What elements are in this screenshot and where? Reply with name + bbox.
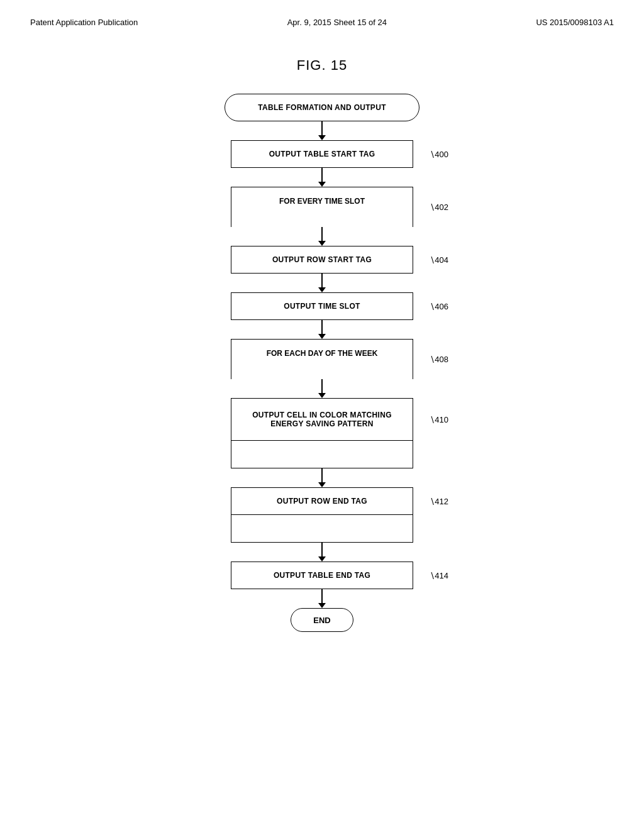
arrow-5 [318,379,326,398]
arrow-0 [318,121,326,140]
loop-left-412-close [231,515,243,543]
arrow-head [318,135,326,140]
arrow-line [321,379,323,393]
arrow-line [321,320,323,334]
loop-back-402 [231,515,413,543]
node-410: OUTPUT CELL IN COLOR MATCHING ENERGY SAV… [231,398,413,441]
loop-right-412-close [401,515,413,543]
arrow-head [318,393,326,398]
node-412-wrapper: OUTPUT ROW END TAG ∖412 [231,487,413,515]
page-header: Patent Application Publication Apr. 9, 2… [0,0,644,27]
loop-right [401,214,413,227]
arrow-line [321,543,323,556]
step-404: ∖404 [430,255,448,265]
node-404: OUTPUT ROW START TAG [231,246,413,274]
node-406: OUTPUT TIME SLOT [231,292,413,320]
node-400-wrapper: OUTPUT TABLE START TAG ∖400 [231,140,413,168]
end-node: END [291,608,353,632]
node-414: OUTPUT TABLE END TAG [231,562,413,589]
arrow-4 [318,320,326,339]
node-408-wrapper: FOR EACH DAY OF THE WEEK ∖408 [231,339,413,379]
arrow-head [318,241,326,246]
step-400: ∖400 [430,150,448,159]
step-402: ∖402 [430,202,448,212]
node-412: OUTPUT ROW END TAG [231,487,413,515]
start-label: TABLE FORMATION AND OUTPUT [225,94,419,121]
loop-back-408 [231,441,413,468]
arrow-7 [318,543,326,562]
step-406: ∖406 [430,302,448,311]
header-left: Patent Application Publication [30,18,138,27]
arrow-line [321,274,323,287]
node-414-wrapper: OUTPUT TABLE END TAG ∖414 [231,562,413,589]
node-404-wrapper: OUTPUT ROW START TAG ∖404 [231,246,413,274]
node-406-wrapper: OUTPUT TIME SLOT ∖406 [231,292,413,320]
loop-left-408 [231,367,243,379]
node-402-label: FOR EVERY TIME SLOT [231,187,413,214]
node-410-wrapper: OUTPUT CELL IN COLOR MATCHING ENERGY SAV… [231,398,413,441]
arrow-3 [318,274,326,292]
step-414: ∖414 [430,571,448,580]
node-402: FOR EVERY TIME SLOT [231,187,413,227]
step-410: ∖410 [430,415,448,424]
node-408-label: FOR EACH DAY OF THE WEEK [231,339,413,367]
loop-left [231,214,243,227]
node-408: FOR EACH DAY OF THE WEEK [231,339,413,379]
arrow-1 [318,168,326,187]
header-center: Apr. 9, 2015 Sheet 15 of 24 [287,18,387,27]
arrow-head [318,603,326,608]
arrow-8 [318,589,326,608]
node-408-sides [231,367,413,379]
flowchart: TABLE FORMATION AND OUTPUT OUTPUT TABLE … [0,94,644,670]
loop-right-408 [401,367,413,379]
fig-title: FIG. 15 [0,57,644,74]
node-402-wrapper: FOR EVERY TIME SLOT ∖402 [231,187,413,227]
step-412: ∖412 [430,497,448,506]
arrow-line [321,168,323,182]
arrow-line [321,589,323,603]
arrow-head [318,556,326,562]
arrow-head [318,482,326,487]
arrow-2 [318,227,326,246]
arrow-line [321,468,323,482]
node-402-sides [231,214,413,227]
header-right: US 2015/0098103 A1 [536,18,614,27]
loop-left-410-close [231,441,243,468]
arrow-line [321,121,323,135]
arrow-line [321,227,323,241]
loop-right-410-close [401,441,413,468]
step-408: ∖408 [430,355,448,364]
start-node: TABLE FORMATION AND OUTPUT [225,94,419,121]
arrow-head [318,287,326,292]
arrow-6 [318,468,326,487]
arrow-head [318,334,326,339]
arrow-head [318,182,326,187]
node-400: OUTPUT TABLE START TAG [231,140,413,168]
